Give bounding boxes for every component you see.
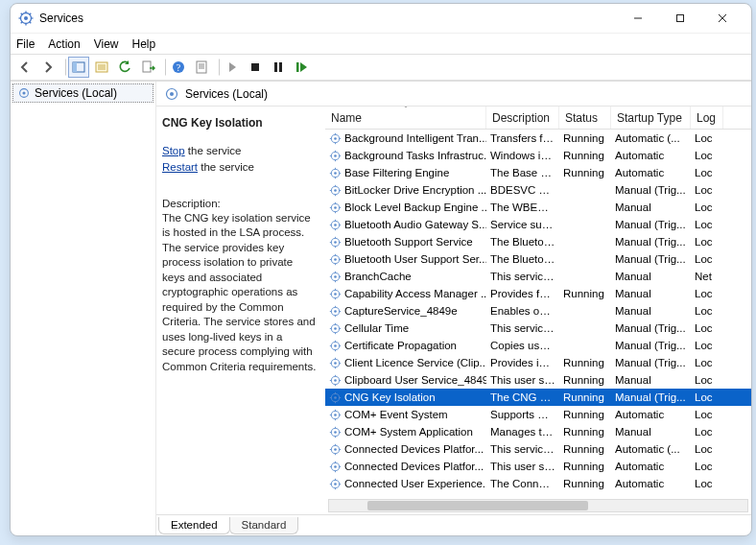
service-startup: Manual (Trig...	[611, 357, 691, 368]
start-service-button[interactable]	[222, 57, 243, 78]
svg-rect-11	[677, 15, 684, 22]
service-logon: Net	[691, 271, 723, 282]
service-row[interactable]: COM+ System ApplicationManages th...Runn…	[325, 423, 751, 440]
gear-icon	[329, 357, 342, 369]
show-hide-tree-button[interactable]	[68, 57, 89, 78]
column-header-logon[interactable]: Log	[691, 107, 723, 129]
service-row[interactable]: Bluetooth Audio Gateway S...Service sup.…	[325, 216, 751, 233]
service-row[interactable]: Certificate PropagationCopies user ...Ma…	[325, 337, 751, 354]
service-status: Running	[559, 426, 611, 438]
service-name: Background Tasks Infrastruc...	[344, 150, 486, 161]
service-row[interactable]: BranchCacheThis service ...ManualNet	[325, 268, 751, 285]
service-description: This service ...	[486, 322, 559, 334]
service-row[interactable]: Connected Devices Platfor...This service…	[325, 440, 751, 458]
grid-header: ˄Name Description Status Startup Type Lo…	[325, 107, 751, 130]
service-startup: Manual	[611, 305, 691, 317]
close-button[interactable]	[701, 5, 744, 32]
service-name: Base Filtering Engine	[344, 167, 449, 178]
service-status: Running	[559, 150, 611, 161]
service-description: The Bluetoo...	[486, 253, 559, 265]
stop-link-suffix: the service	[185, 145, 242, 156]
horizontal-scrollbar[interactable]	[328, 499, 748, 512]
service-row[interactable]: Block Level Backup Engine ...The WBENG..…	[325, 199, 751, 216]
service-row[interactable]: Client Licence Service (Clip...Provides …	[325, 354, 751, 371]
service-startup: Manual (Trig...	[611, 391, 691, 403]
menu-file[interactable]: File	[16, 37, 35, 51]
scrollbar-thumb[interactable]	[367, 501, 588, 510]
column-header-status[interactable]: Status	[559, 107, 611, 129]
properties-sheet-button[interactable]	[191, 57, 212, 78]
stop-link[interactable]: Stop	[162, 145, 185, 156]
service-description: This user ser...	[486, 374, 559, 386]
service-logon: Loc	[691, 132, 723, 144]
service-name: Capability Access Manager ...	[344, 288, 486, 299]
gear-icon	[329, 201, 342, 214]
gear-icon	[329, 409, 342, 421]
service-row[interactable]: Clipboard User Service_4849eThis user se…	[325, 371, 751, 389]
menu-view[interactable]: View	[94, 37, 119, 51]
gear-icon	[329, 461, 342, 473]
stop-service-button[interactable]	[245, 57, 266, 78]
grid-rows: Background Intelligent Tran...Transfers …	[325, 130, 751, 498]
service-logon: Loc	[691, 409, 723, 420]
service-description: The Base Fil...	[486, 167, 559, 178]
service-row[interactable]: Base Filtering EngineThe Base Fil...Runn…	[325, 164, 751, 181]
service-name: Client Licence Service (Clip...	[344, 357, 486, 368]
svg-line-9	[30, 13, 32, 15]
refresh-button[interactable]	[114, 57, 135, 78]
column-header-name[interactable]: ˄Name	[325, 107, 486, 129]
gear-icon	[329, 271, 342, 283]
service-description: Service sup...	[486, 219, 559, 230]
svg-point-96	[334, 310, 337, 313]
pause-service-button[interactable]	[268, 57, 289, 78]
service-row[interactable]: Background Tasks Infrastruc...Windows in…	[325, 147, 751, 164]
maximize-button[interactable]	[659, 5, 701, 32]
service-name: Bluetooth Audio Gateway S...	[344, 219, 486, 230]
svg-point-150	[334, 465, 337, 468]
back-button[interactable]	[14, 57, 35, 78]
service-row[interactable]: Connected User Experience...The Connec..…	[325, 475, 751, 492]
svg-point-72	[334, 241, 337, 244]
service-description: Transfers fil...	[486, 132, 559, 144]
restart-link[interactable]: Restart	[162, 161, 198, 173]
service-row[interactable]: COM+ Event SystemSupports Sy...RunningAu…	[325, 406, 751, 423]
service-startup: Manual (Trig...	[611, 236, 691, 248]
service-row[interactable]: Connected Devices Platfor...This user se…	[325, 458, 751, 475]
forward-button[interactable]	[37, 57, 59, 78]
service-row[interactable]: Background Intelligent Tran...Transfers …	[325, 130, 751, 147]
service-row[interactable]: CaptureService_4849eEnables opti...Manua…	[325, 302, 751, 320]
gear-icon	[329, 219, 342, 231]
restart-service-button[interactable]	[291, 57, 312, 78]
properties-button[interactable]	[91, 57, 112, 78]
svg-point-144	[334, 448, 337, 451]
menu-help[interactable]: Help	[132, 37, 156, 51]
service-description: Windows in...	[486, 150, 559, 161]
svg-point-54	[334, 189, 337, 192]
help-button[interactable]: ?	[168, 57, 189, 78]
export-button[interactable]	[137, 57, 158, 78]
column-header-startup[interactable]: Startup Type	[611, 107, 691, 129]
menu-action[interactable]: Action	[48, 37, 80, 51]
service-row[interactable]: Cellular TimeThis service ...Manual (Tri…	[325, 320, 751, 337]
svg-rect-30	[296, 62, 299, 72]
service-description: Manages th...	[486, 426, 559, 438]
service-row[interactable]: Bluetooth User Support Ser...The Bluetoo…	[325, 250, 751, 268]
tab-standard[interactable]: Standard	[229, 517, 299, 534]
service-name: CaptureService_4849e	[344, 305, 458, 317]
minimize-button[interactable]	[617, 5, 659, 32]
service-row[interactable]: Capability Access Manager ...Provides fa…	[325, 285, 751, 302]
service-logon: Loc	[691, 184, 723, 196]
service-startup: Automatic	[611, 461, 691, 472]
column-header-description[interactable]: Description	[486, 107, 559, 129]
service-row[interactable]: Bluetooth Support ServiceThe Bluetoo...M…	[325, 233, 751, 250]
service-logon: Loc	[691, 443, 723, 455]
svg-point-120	[334, 379, 337, 382]
service-status: Running	[559, 132, 611, 144]
titlebar[interactable]: Services	[11, 4, 751, 33]
svg-line-8	[21, 22, 23, 24]
service-row[interactable]: BitLocker Drive Encryption ...BDESVC hos…	[325, 181, 751, 199]
service-description: Provides inf...	[486, 357, 559, 368]
tab-extended[interactable]: Extended	[158, 517, 230, 534]
tree-root-item[interactable]: Services (Local)	[12, 83, 154, 103]
service-row[interactable]: CNG Key IsolationThe CNG ke...RunningMan…	[325, 389, 751, 406]
